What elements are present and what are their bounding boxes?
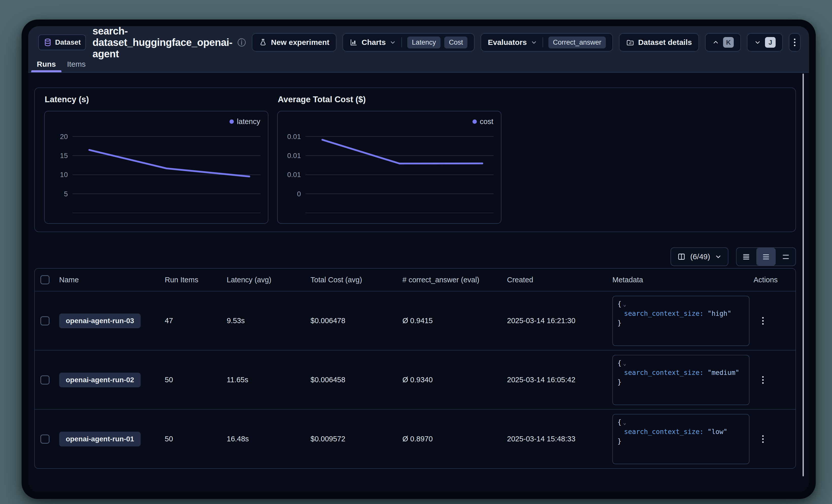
charts-panel: Latency (s) latency 2015105 Average Tota… [34,87,796,232]
metadata-line-close: } [618,318,745,328]
evaluators-menu-button[interactable]: Evaluators Correct_answer [480,33,613,52]
info-icon[interactable]: ⓘ [237,38,246,47]
table-header-row: Name Run Items Latency (avg) Total Cost … [35,269,796,291]
evaluators-menu-label: Evaluators [488,38,526,47]
metadata-json[interactable]: {⌄search_context_size: "low"} [613,414,750,464]
new-experiment-label: New experiment [271,38,329,47]
scrollbar-thumb[interactable] [803,74,804,476]
latency-chart-title: Latency (s) [45,94,268,104]
runs-table: Name Run Items Latency (avg) Total Cost … [34,268,796,469]
run-name-chip[interactable]: openai-agent-run-03 [59,313,141,328]
row-checkbox[interactable] [41,435,50,444]
legend-label: latency [237,117,260,126]
table-row: openai-agent-run-03479.53s$0.006478Ø 0.9… [35,291,796,350]
close-brace: } [618,319,622,327]
chevron-down-icon [530,39,537,46]
metadata-cell: {⌄search_context_size: "medium"} [613,355,754,405]
new-experiment-button[interactable]: New experiment [252,33,336,52]
cost-chart: cost 0.010.010.010 [277,111,501,224]
metadata-json[interactable]: {⌄search_context_size: "medium"} [613,355,750,405]
metadata-line-kv: search_context_size: "low" [618,427,745,437]
chart-tag-latency[interactable]: Latency [407,36,441,49]
dataset-details-label: Dataset details [638,38,692,47]
total-cost-avg-cell: $0.006478 [311,316,402,325]
shortcut-key-k: K [723,37,734,48]
collapse-chevron-icon[interactable]: ⌄ [623,360,626,366]
latency-line-chart-svg: 2015105 [45,111,268,223]
flask-icon [259,38,267,47]
row-height-medium-button[interactable] [756,248,776,265]
run-name-cell: openai-agent-run-02 [59,373,165,387]
row-height-tall-button[interactable] [776,248,796,265]
svg-text:0.01: 0.01 [287,152,301,160]
header-more-actions-button[interactable] [789,33,801,52]
run-items-cell: 47 [165,316,227,325]
latency-legend: latency [230,117,260,126]
open-brace: { [618,300,622,308]
svg-text:10: 10 [60,171,68,178]
collapse-chevron-icon[interactable]: ⌄ [623,301,626,307]
metadata-line-close: } [618,437,745,446]
total-cost-avg-cell: $0.009572 [311,435,402,443]
run-name-chip[interactable]: openai-agent-run-02 [59,373,141,387]
col-header-name[interactable]: Name [59,276,165,284]
col-header-metadata[interactable]: Metadata [613,276,754,284]
col-header-latency[interactable]: Latency (avg) [227,276,311,284]
collapse-chevron-icon[interactable]: ⌄ [623,419,626,426]
dataset-details-button[interactable]: Dataset details [619,33,699,52]
legend-label: cost [480,117,493,126]
row-actions-button[interactable] [760,433,766,445]
select-all-checkbox[interactable] [41,275,50,284]
metadata-line-kv: search_context_size: "high" [618,309,745,318]
latency-avg-cell: 16.48s [227,435,311,443]
legend-dot [472,119,477,124]
tab-runs[interactable]: Runs [31,56,61,72]
kebab-icon [794,38,796,46]
prev-item-shortcut-button[interactable]: K [705,33,741,52]
chart-tag-cost[interactable]: Cost [444,36,468,49]
run-items-cell: 50 [165,376,227,384]
svg-text:5: 5 [64,190,68,198]
svg-text:0.01: 0.01 [287,133,301,141]
open-brace: { [618,359,622,367]
row-actions-button[interactable] [760,314,766,327]
col-header-eval[interactable]: # correct_answer (eval) [402,276,507,284]
created-cell: 2025-03-14 16:05:42 [507,376,613,384]
page-title: search-dataset_huggingface_openai-agent [93,26,232,60]
open-brace: { [618,418,622,426]
charts-menu-button[interactable]: Charts Latency Cost [342,33,474,52]
main-content: Latency (s) latency 2015105 Average Tota… [28,73,809,469]
metadata-key: search_context_size: [624,369,708,376]
app-window: Dataset search-dataset_huggingface_opena… [22,20,816,499]
metadata-value: "medium" [708,369,739,376]
row-checkbox[interactable] [41,375,50,385]
column-visibility-button[interactable]: (6/49) [671,247,728,266]
metadata-line-open: {⌄ [618,418,745,427]
close-brace: } [618,378,622,386]
dataset-type-badge: Dataset [38,34,86,50]
latency-avg-cell: 9.53s [227,316,311,325]
columns-icon [677,252,686,261]
chevron-down-icon [389,39,396,46]
shortcut-key-j: J [765,37,776,48]
row-checkbox-cell [35,316,59,326]
metadata-cell: {⌄search_context_size: "low"} [613,414,754,464]
actions-cell [754,433,796,445]
next-item-shortcut-button[interactable]: J [747,33,783,52]
row-actions-button[interactable] [760,374,766,386]
row-checkbox[interactable] [41,316,50,326]
evaluator-tag-correct-answer[interactable]: Correct_answer [548,36,606,49]
chevron-up-icon [712,39,719,46]
col-header-total-cost[interactable]: Total Cost (avg) [311,276,402,284]
close-brace: } [618,437,622,445]
tab-items[interactable]: Items [61,56,91,72]
run-items-cell: 50 [165,435,227,443]
metadata-json[interactable]: {⌄search_context_size: "high"} [613,296,750,346]
run-name-chip[interactable]: openai-agent-run-01 [59,432,141,446]
app-window-content: Dataset search-dataset_huggingface_opena… [28,26,809,492]
row-height-compact-button[interactable] [736,248,756,265]
col-header-created[interactable]: Created [507,276,613,284]
col-header-run-items[interactable]: Run Items [165,276,227,284]
table-body: openai-agent-run-03479.53s$0.006478Ø 0.9… [35,291,796,468]
app-header: Dataset search-dataset_huggingface_opena… [28,26,809,73]
